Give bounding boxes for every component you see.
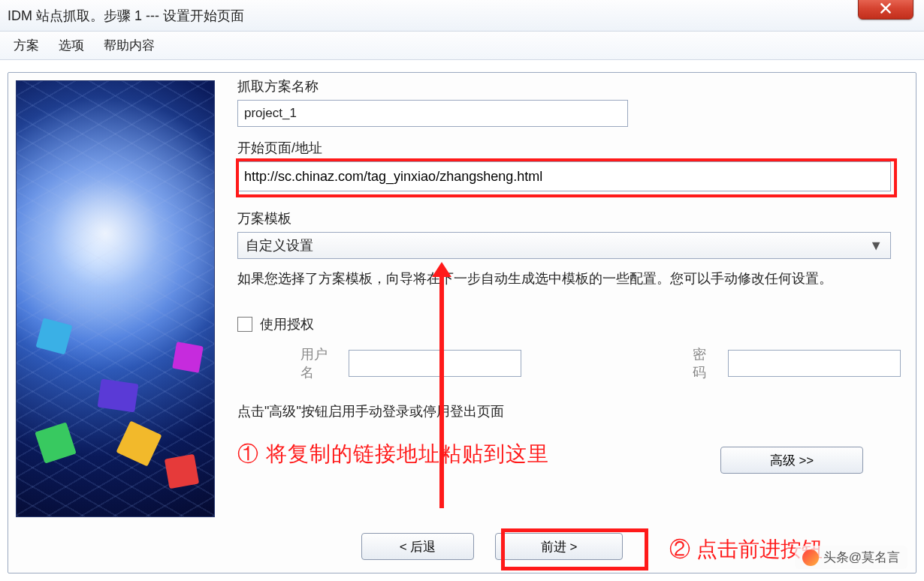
- use-auth-label: 使用授权: [260, 315, 314, 333]
- back-button[interactable]: < 后退: [361, 533, 474, 560]
- watermark-icon: [802, 549, 819, 566]
- password-input[interactable]: [728, 350, 901, 377]
- watermark-text: 头条@莫名言: [823, 549, 900, 566]
- window-titlebar: IDM 站点抓取。步骤 1 --- 设置开始页面: [0, 0, 924, 32]
- start-url-input[interactable]: [237, 161, 891, 191]
- dialog-panel: 抓取方案名称 开始页面/地址 万案模板 自定义设置 ▼ 如果您选择了方案模板，向…: [8, 72, 916, 573]
- template-label: 万案模板: [237, 209, 901, 227]
- menu-bar: 方案 选项 帮助内容: [0, 32, 924, 60]
- start-url-label: 开始页面/地址: [237, 139, 322, 157]
- close-button[interactable]: [858, 0, 913, 20]
- window-title: IDM 站点抓取。步骤 1 --- 设置开始页面: [8, 7, 244, 25]
- password-label: 密码: [693, 345, 719, 381]
- use-auth-checkbox[interactable]: [237, 317, 252, 332]
- project-name-label: 抓取方案名称: [237, 77, 901, 95]
- annotation-arrow: [439, 274, 444, 508]
- username-label: 用户名: [300, 345, 340, 381]
- advanced-button[interactable]: 高级 >>: [720, 447, 863, 474]
- advanced-hint: 点击"高级"按钮启用手动登录或停用登出页面: [237, 402, 901, 420]
- wizard-side-image: [16, 80, 215, 517]
- project-name-input[interactable]: [237, 100, 628, 127]
- template-select-value: 自定义设置: [246, 236, 313, 254]
- menu-scheme[interactable]: 方案: [14, 37, 39, 54]
- forward-button[interactable]: 前进 >: [495, 533, 623, 560]
- username-input[interactable]: [349, 350, 521, 377]
- close-icon: [879, 2, 892, 15]
- template-select[interactable]: 自定义设置 ▼: [237, 232, 891, 259]
- form-area: 抓取方案名称 开始页面/地址 万案模板 自定义设置 ▼ 如果您选择了方案模板，向…: [215, 73, 916, 573]
- content-area: 抓取方案名称 开始页面/地址 万案模板 自定义设置 ▼ 如果您选择了方案模板，向…: [0, 60, 924, 581]
- template-help-text: 如果您选择了方案模板，向导将在下一步自动生成选中模板的一些配置。您可以手动修改任…: [237, 268, 891, 290]
- watermark: 头条@莫名言: [795, 546, 907, 569]
- chevron-down-icon: ▼: [869, 238, 883, 254]
- menu-help[interactable]: 帮助内容: [104, 37, 155, 54]
- menu-options[interactable]: 选项: [59, 37, 84, 54]
